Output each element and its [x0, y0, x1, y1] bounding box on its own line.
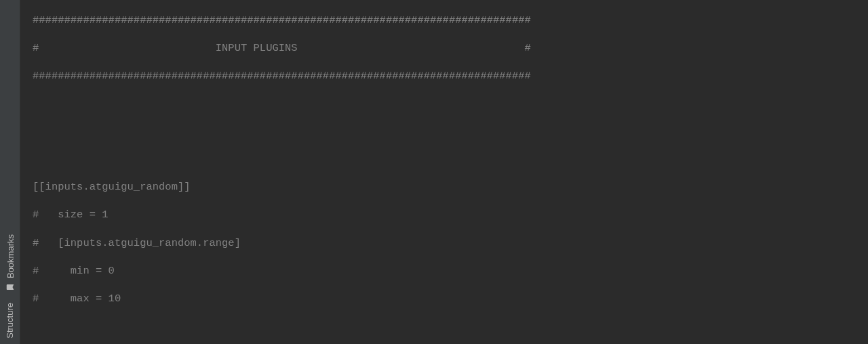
comment-range: # [inputs.atguigu_random.range] — [33, 237, 241, 249]
hash-rule-top: ########################################… — [33, 14, 531, 26]
sidebar-tab-label: Structure — [5, 303, 15, 339]
bookmark-icon — [5, 282, 15, 293]
code-editor[interactable]: ########################################… — [20, 0, 868, 344]
sidebar-tab-bookmarks[interactable]: Bookmarks — [5, 229, 16, 297]
code-content: ########################################… — [20, 0, 868, 320]
comment-size: # size = 1 — [33, 209, 108, 221]
section-header-line: # INPUT PLUGINS # — [33, 42, 531, 54]
comment-min: # min = 0 — [33, 265, 115, 277]
comment-max: # max = 10 — [33, 293, 121, 305]
sidebar-tab-structure[interactable]: Structure — [5, 297, 15, 344]
sidebar-tab-label: Bookmarks — [5, 234, 15, 278]
tool-window-sidebar: Bookmarks Structure — [0, 0, 20, 344]
table-declaration: [[inputs.atguigu_random]] — [33, 181, 191, 193]
hash-rule-bottom: ########################################… — [33, 70, 531, 82]
